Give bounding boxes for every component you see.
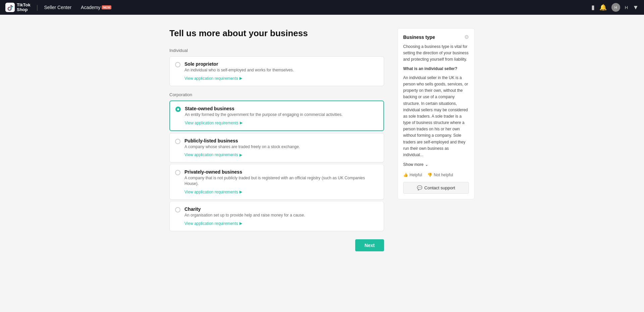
external-link-icon-5: ▶ bbox=[239, 221, 242, 226]
chevron-down-icon[interactable]: ▼ bbox=[633, 4, 639, 11]
chat-icon: 💬 bbox=[417, 185, 422, 190]
external-link-icon-2: ▶ bbox=[240, 121, 243, 125]
sidebar-intro: Choosing a business type is vital for se… bbox=[403, 44, 469, 63]
radio-publicly-listed bbox=[175, 139, 180, 144]
contact-support-button[interactable]: 💬 Contact support bbox=[403, 182, 469, 194]
new-badge: NEW bbox=[102, 5, 111, 9]
publicly-listed-title: Publicly-listed business bbox=[184, 138, 378, 143]
individual-label: Individual bbox=[169, 48, 384, 53]
chevron-down-icon-sidebar: ⌄ bbox=[425, 162, 428, 167]
thumbs-up-icon: 👍 bbox=[403, 173, 408, 177]
individual-options-group: Sole proprietor An individual who is sel… bbox=[169, 56, 384, 86]
gear-icon[interactable]: ⚙ bbox=[464, 34, 469, 40]
sidebar: Business type ⚙ Choosing a business type… bbox=[397, 28, 475, 251]
publicly-listed-view-req[interactable]: View application requirements ▶ bbox=[184, 152, 242, 157]
tiktok-icon bbox=[5, 3, 15, 12]
notification-icon[interactable]: 🔔 bbox=[599, 4, 607, 11]
sidebar-title: Business type bbox=[403, 35, 435, 40]
sole-proprietor-view-req[interactable]: View application requirements ▶ bbox=[184, 76, 242, 81]
charity-title: Charity bbox=[184, 206, 378, 212]
sole-proprietor-desc: An individual who is self-employed and w… bbox=[184, 67, 378, 73]
option-state-owned[interactable]: State-owned business An entity formed by… bbox=[169, 101, 384, 131]
charity-view-req[interactable]: View application requirements ▶ bbox=[184, 221, 242, 226]
privately-owned-view-req[interactable]: View application requirements ▶ bbox=[184, 190, 242, 194]
form-section: Tell us more about your business Individ… bbox=[169, 28, 384, 251]
header: TikTok Shop | Seller Center Academy NEW … bbox=[0, 0, 644, 15]
helpful-button[interactable]: 👍 Helpful bbox=[403, 173, 422, 177]
sidebar-title-row: Business type ⚙ bbox=[403, 34, 469, 40]
sole-proprietor-content: Sole proprietor An individual who is sel… bbox=[184, 61, 378, 81]
sole-proprietor-title: Sole proprietor bbox=[184, 61, 378, 67]
option-privately-owned[interactable]: Privately-owned business A company that … bbox=[169, 165, 384, 200]
academy-nav[interactable]: Academy NEW bbox=[81, 5, 111, 10]
publicly-listed-desc: A company whose shares are traded freely… bbox=[184, 144, 378, 150]
external-link-icon-3: ▶ bbox=[239, 153, 242, 157]
radio-charity bbox=[175, 207, 180, 212]
sidebar-body: Choosing a business type is vital for se… bbox=[403, 44, 469, 168]
header-right: ▮ 🔔 H H ▼ bbox=[591, 3, 639, 12]
radio-privately-owned bbox=[175, 170, 180, 175]
state-owned-desc: An entity formed by the government for t… bbox=[185, 112, 378, 118]
external-link-icon-4: ▶ bbox=[239, 190, 242, 194]
privately-owned-content: Privately-owned business A company that … bbox=[184, 169, 378, 195]
header-divider: | bbox=[37, 4, 38, 11]
charity-desc: An organisation set up to provide help a… bbox=[184, 212, 378, 218]
brand-name: TikTok Shop bbox=[17, 3, 31, 12]
next-btn-row: Next bbox=[169, 239, 384, 251]
radio-sole-proprietor bbox=[175, 62, 180, 67]
radio-state-owned bbox=[175, 107, 181, 112]
corporation-label: Corporation bbox=[169, 92, 384, 97]
avatar[interactable]: H bbox=[611, 3, 620, 12]
logo[interactable]: TikTok Shop bbox=[5, 3, 31, 12]
privately-owned-desc: A company that is not publicly traded bu… bbox=[184, 175, 378, 187]
sidebar-what-body: An individual seller in the UK is a pers… bbox=[403, 75, 469, 158]
not-helpful-button[interactable]: 👎 Not helpful bbox=[427, 173, 453, 177]
sidebar-card: Business type ⚙ Choosing a business type… bbox=[397, 28, 475, 199]
option-publicly-listed[interactable]: Publicly-listed business A company whose… bbox=[169, 133, 384, 163]
thumbs-down-icon: 👎 bbox=[427, 173, 432, 177]
corporation-options-group: State-owned business An entity formed by… bbox=[169, 101, 384, 231]
tablet-icon[interactable]: ▮ bbox=[591, 4, 595, 11]
state-owned-content: State-owned business An entity formed by… bbox=[185, 106, 378, 126]
state-owned-title: State-owned business bbox=[185, 106, 378, 111]
option-charity[interactable]: Charity An organisation set up to provid… bbox=[169, 202, 384, 231]
charity-content: Charity An organisation set up to provid… bbox=[184, 206, 378, 226]
page-title: Tell us more about your business bbox=[169, 28, 384, 39]
seller-center-label[interactable]: Seller Center bbox=[44, 5, 71, 10]
main-content: Tell us more about your business Individ… bbox=[0, 15, 644, 265]
sidebar-what-label: What is an individual seller? bbox=[403, 66, 457, 71]
next-button[interactable]: Next bbox=[355, 239, 384, 251]
publicly-listed-content: Publicly-listed business A company whose… bbox=[184, 138, 378, 158]
show-more-button[interactable]: Show more ⌄ bbox=[403, 162, 428, 167]
option-sole-proprietor[interactable]: Sole proprietor An individual who is sel… bbox=[169, 56, 384, 86]
state-owned-view-req[interactable]: View application requirements ▶ bbox=[185, 121, 243, 125]
feedback-row: 👍 Helpful 👎 Not helpful bbox=[403, 173, 469, 177]
privately-owned-title: Privately-owned business bbox=[184, 169, 378, 175]
username-label: H bbox=[625, 5, 628, 10]
external-link-icon: ▶ bbox=[239, 76, 242, 80]
